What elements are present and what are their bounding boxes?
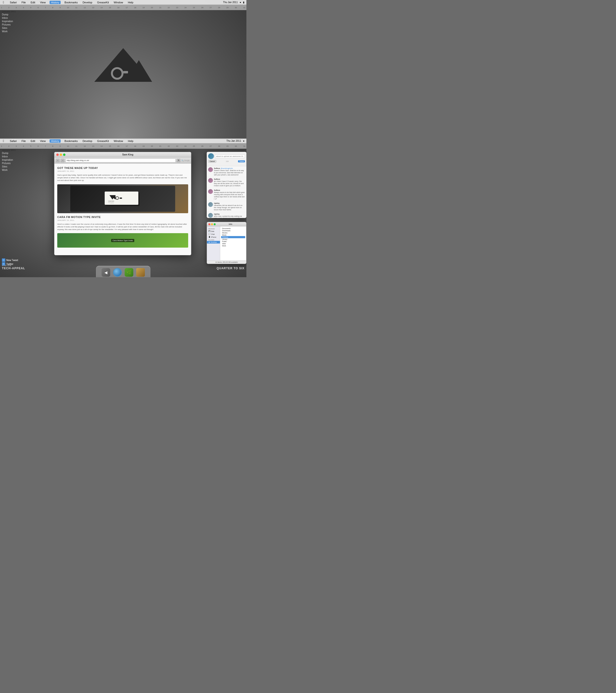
safari-back-btn[interactable]: ← (56, 159, 60, 162)
finder-sidebar-desktop[interactable]: 🖥 Desktop (207, 241, 220, 243)
svg-text:Photography: Photography (108, 202, 114, 203)
bookmark-2-inbox[interactable]: Inbox (2, 155, 13, 158)
safari-url-bar[interactable]: http://blog.sam-king.co.uk/ (65, 159, 176, 162)
menu-2-bookmarks[interactable]: Bookmarks (63, 140, 79, 142)
new-tweet-label: New Tweet (6, 259, 18, 261)
finder-min-btn[interactable] (211, 223, 213, 225)
finder-places-header: PLACES (207, 238, 220, 241)
finder-title: Info (216, 223, 245, 225)
tweet-avatar-1 (208, 178, 213, 183)
menu-2-file[interactable]: File (21, 140, 27, 142)
bookmark-2-dump[interactable]: Dump (2, 152, 13, 155)
finder-item-pictures[interactable]: Pictures (221, 236, 245, 238)
finder-body: DEVICES 💾 Disk 💬 Chat 📱 iPhone PLACES 🖥 … (207, 226, 246, 264)
business-card-svg: SAM KING Photography (103, 189, 142, 209)
twitter-cancel-button[interactable]: Cancel (208, 160, 216, 163)
menu-bar-2-right: Thu Jan 2011 ● (226, 140, 246, 142)
dock-top: ◀ 🌿 (96, 266, 151, 277)
menu-2-greasekit[interactable]: GreaseKit (96, 140, 110, 142)
bookmark-2-inspiration[interactable]: Inspiration (2, 159, 13, 161)
menu-view[interactable]: View (39, 1, 47, 4)
twitter-icon: T (2, 258, 5, 262)
menu-history[interactable]: History (49, 1, 61, 4)
dock-leaf: 🌿 (125, 268, 133, 277)
menu-2-develop[interactable]: Develop (82, 140, 93, 142)
dock-arrow-icon[interactable]: ◀ (101, 268, 111, 277)
menu-develop[interactable]: Develop (82, 1, 93, 4)
safari-search[interactable]: 🔍 Google (181, 160, 190, 161)
menu-2-help[interactable]: Help (127, 140, 135, 142)
new-tweet-item[interactable]: T New Tweet (2, 258, 18, 262)
safari-window: Sam King ← → http://blog.sam-king.co.uk/… (54, 152, 191, 255)
menu-2-view[interactable]: View (39, 140, 47, 142)
menu-file[interactable]: File (21, 1, 27, 4)
safari-forward-btn[interactable]: → (61, 159, 64, 162)
finder-item-downloads[interactable]: Downloads (221, 230, 245, 232)
finder-sidebar: DEVICES 💾 Disk 💬 Chat 📱 iPhone PLACES 🖥 … (207, 226, 220, 264)
dock-globe-icon[interactable] (113, 268, 122, 277)
finder-max-btn[interactable] (214, 223, 216, 225)
tweet-content-2: Suffoce Always seems to be that shirt wh… (214, 189, 245, 200)
bookmark-inspiration[interactable]: Inspiration (2, 20, 13, 23)
twitter-compose-input[interactable] (215, 155, 245, 158)
month-label-top: January 2011 (2, 11, 16, 13)
tweet-item-3: ripetny hahahaha, tell me about it! we d… (207, 201, 246, 212)
menu-2-safari[interactable]: Safari (9, 140, 18, 142)
menu-bar-left:  Safari File Edit View History Bookmark… (0, 0, 134, 4)
twitter-panel: Cancel 118 Tweet Suffoce @samkingphoto S… (207, 152, 246, 218)
bookmark-sites[interactable]: Sites (2, 27, 13, 29)
finder-item-library[interactable]: Library (221, 238, 245, 240)
safari-titlebar: Sam King (54, 152, 191, 157)
apple-menu[interactable]:  (2, 0, 5, 4)
finder-sidebar-chat[interactable]: 💬 Chat (207, 233, 220, 236)
bookmark-2-work[interactable]: Work (2, 169, 13, 171)
safari-close-btn[interactable] (56, 154, 59, 156)
tweet-text-0: Sweet! Cheers Sam. Shall be on its way t… (214, 170, 245, 176)
bookmark-dump[interactable]: Dump (2, 13, 13, 16)
safari-min-btn[interactable] (60, 154, 62, 156)
menu-bar:  Safari File Edit View History Bookmark… (0, 0, 246, 5)
dock-arrow: ◀ (102, 268, 110, 277)
ruler-bar-2: 1 2 3 4 5 6 7 8 9 10 11 12 13 14 15 16 1… (0, 143, 246, 149)
blog-post-2-date: JANUARY 24, 2011 (57, 219, 188, 221)
menu-greasekit[interactable]: GreaseKit (96, 1, 110, 4)
apple-menu-2[interactable]:  (2, 139, 5, 143)
finder-item-movies[interactable]: Movies (221, 232, 245, 234)
twitter-tweet-button[interactable]: Tweet (238, 160, 245, 162)
menu-2-window[interactable]: Window (113, 140, 124, 142)
finder-sidebar-iphone[interactable]: 📱 iPhone (207, 236, 220, 238)
finder-item-public[interactable]: Public (221, 240, 245, 242)
twitter-compose-row (208, 153, 245, 159)
bookmark-2-sites[interactable]: Sites (2, 165, 13, 168)
cara-motion-image: Cara Motion Type Invite (57, 233, 188, 248)
mountain-svg (94, 43, 152, 87)
safari-reload-btn[interactable]: ↻ (177, 159, 180, 162)
finder-item-work[interactable]: Work (221, 245, 245, 247)
safari-max-btn[interactable] (63, 154, 65, 156)
finder-item-music[interactable]: Music (221, 234, 245, 236)
tweet-text-3: hahahaha, tell me about it! we do it on … (214, 204, 245, 211)
dock-leaf-icon[interactable]: 🌿 (124, 268, 134, 277)
bookmark-2-pictures[interactable]: Pictures (2, 162, 13, 164)
finder-sidebar-disk[interactable]: 💾 Disk (207, 230, 220, 233)
bookmark-work[interactable]: Work (2, 30, 13, 33)
safari-nav-bar: ← → http://blog.sam-king.co.uk/ ↻ 🔍 Goog… (54, 157, 191, 164)
finder-close-btn[interactable] (208, 223, 210, 225)
menu-bookmarks[interactable]: Bookmarks (63, 1, 79, 4)
blog-post-1-image: SAM KING Photography (57, 184, 188, 213)
dock-box-icon[interactable] (136, 268, 145, 277)
finder-item-documents[interactable]: Documents (221, 227, 245, 230)
bookmark-pictures[interactable]: Pictures (2, 23, 13, 26)
menu-window[interactable]: Window (113, 1, 124, 4)
bookmark-inbox[interactable]: Inbox (2, 17, 13, 19)
menu-edit[interactable]: Edit (29, 1, 36, 4)
tweet-avatar-4 (208, 213, 213, 218)
menu-safari[interactable]: Safari (9, 1, 18, 4)
finder-item-sites[interactable]: Sites (221, 242, 245, 245)
menu-2-history[interactable]: History (49, 139, 61, 143)
menu-2-edit[interactable]: Edit (29, 140, 36, 142)
menu-bar-2:  Safari File Edit View History Bookmark… (0, 139, 246, 143)
search-icon: 🔍 (181, 160, 184, 161)
menu-help[interactable]: Help (127, 1, 135, 4)
desktop-icon: 🖥 (208, 241, 210, 243)
